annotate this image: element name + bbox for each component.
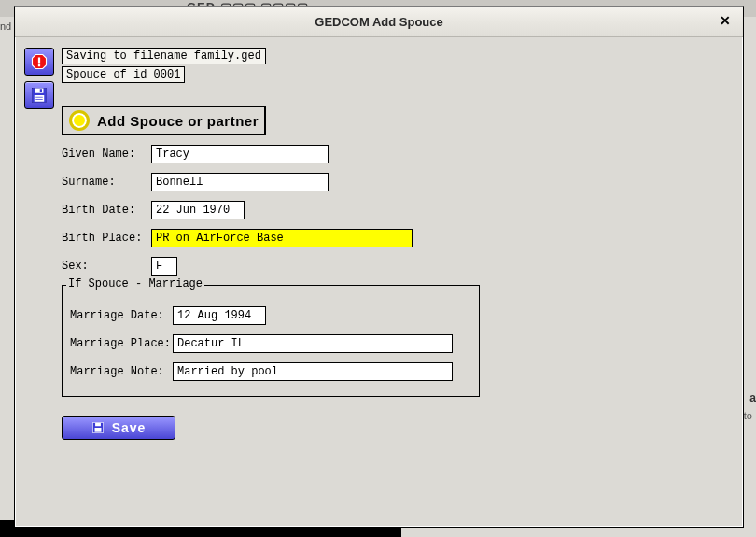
close-icon: ✕ (720, 13, 731, 28)
label-sex: Sex: (62, 260, 151, 273)
surname-input[interactable] (151, 173, 329, 191)
sex-input[interactable] (151, 257, 177, 276)
label-marriage-date: Marriage Date: (70, 309, 173, 322)
given-name-input[interactable] (151, 145, 329, 163)
label-given-name: Given Name: (62, 148, 151, 161)
svg-rect-2 (38, 64, 40, 66)
birth-date-input[interactable] (151, 201, 245, 219)
svg-rect-1 (38, 58, 40, 64)
section-header-add-spouse: Add Spouce or partner (62, 106, 266, 135)
label-birth-place: Birth Place: (62, 232, 151, 245)
label-marriage-place: Marriage Place: (70, 337, 173, 350)
marriage-place-input[interactable] (173, 334, 453, 353)
section-header-label: Add Spouce or partner (97, 113, 259, 129)
marriage-note-input[interactable] (173, 362, 453, 381)
dialog-title: GEDCOM Add Spouce (315, 15, 442, 29)
save-button[interactable]: Save (62, 416, 175, 440)
svg-rect-13 (94, 428, 101, 432)
icon-toolbar (24, 48, 54, 115)
background-cut-text-left: nd (0, 21, 11, 32)
marriage-legend: If Spouce - Marriage (66, 277, 204, 290)
marriage-date-input[interactable] (173, 306, 266, 325)
marriage-fieldset: If Spouce - Marriage Marriage Date: Marr… (62, 285, 480, 397)
svg-rect-7 (35, 95, 45, 102)
svg-rect-12 (95, 423, 101, 427)
label-birth-date: Birth Date: (62, 204, 151, 217)
close-button[interactable]: ✕ (717, 12, 734, 29)
floppy-disk-icon (91, 421, 105, 434)
svg-rect-5 (35, 89, 44, 93)
stop-icon (31, 53, 48, 70)
label-surname: Surname: (62, 176, 151, 189)
status-spouse-id: Spouce of id 0001 (62, 66, 185, 83)
birth-place-input[interactable] (151, 229, 413, 247)
label-marriage-note: Marriage Note: (70, 365, 173, 378)
disk-save-button[interactable] (24, 81, 54, 109)
stop-button[interactable] (24, 48, 54, 76)
rings-icon (69, 110, 90, 131)
background-cut-text-right-bold: a (749, 391, 756, 404)
svg-rect-6 (40, 89, 42, 92)
dialog-titlebar: GEDCOM Add Spouce ✕ (15, 7, 743, 37)
save-button-label: Save (112, 420, 147, 435)
gedcom-add-spouse-dialog: GEDCOM Add Spouce ✕ (14, 6, 744, 528)
status-saving-filename: Saving to filename family.ged (62, 48, 266, 64)
floppy-disk-icon (31, 87, 48, 104)
